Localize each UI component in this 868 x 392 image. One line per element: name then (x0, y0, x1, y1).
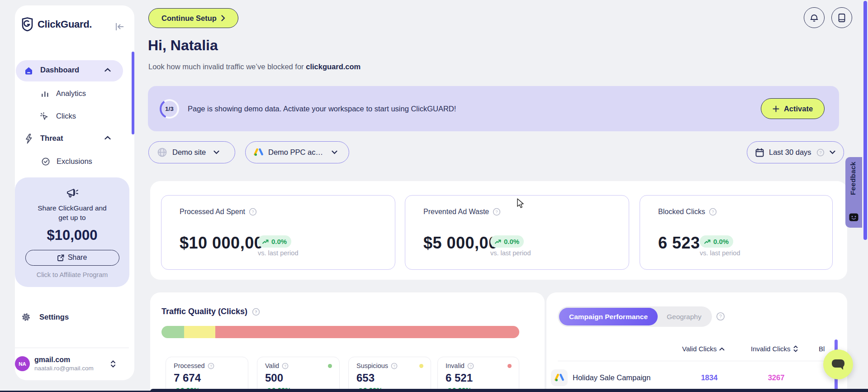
sidebar-divider (15, 348, 129, 348)
logo-shield-icon (21, 17, 33, 31)
feedback-label: Feedback (849, 162, 857, 195)
stat-card-processed-ad-spent: Processed Ad Spent ? $10 000,00 0.0% vs.… (161, 195, 395, 270)
panel-tabs: Campaign Performance Geography (558, 306, 712, 327)
demo-data-banner: 1/3 Page is showing demo data. Activate … (148, 86, 839, 131)
feedback-smiley-icon (849, 213, 859, 222)
affiliate-link[interactable]: Click to Affiliate Program (15, 271, 129, 278)
mini-card-invalid: Invalid ? 6 521 0.00% (437, 357, 519, 392)
stat-title: Prevented Ad Waste (423, 208, 489, 216)
help-icon[interactable]: ? (709, 208, 717, 216)
trend-up-icon (704, 239, 711, 244)
chevron-down-icon (332, 150, 337, 154)
stat-title: Blocked Clicks (658, 208, 705, 216)
bell-icon (810, 13, 819, 23)
ppc-account-dropdown[interactable]: Demo PPC ac… (245, 141, 349, 163)
change-badge: 0.0% (700, 235, 733, 248)
help-icon[interactable]: ? (282, 363, 289, 369)
traffic-quality-bar (161, 326, 519, 338)
valid-clicks-value: 1834 (691, 373, 727, 382)
stat-card-blocked-clicks: Blocked Clicks ? 6 523 0.0% vs. last per… (640, 195, 833, 270)
app-logo[interactable]: ClickGuard. (21, 17, 92, 31)
promo-text: Share ClickGuard and get up to (34, 204, 111, 223)
home-icon (24, 66, 33, 76)
help-icon[interactable]: ? (816, 148, 825, 157)
mouse-cursor (516, 198, 526, 209)
stat-value: $5 000,00 (423, 234, 498, 253)
plus-icon (773, 105, 779, 112)
svg-text:?: ? (819, 150, 821, 155)
external-link-icon (57, 254, 64, 261)
sidebar-item-dashboard-label: Dashboard (40, 66, 79, 74)
book-icon (838, 13, 846, 23)
sort-asc-icon (719, 347, 725, 351)
sidebar-item-threat[interactable]: Threat (40, 134, 63, 143)
help-icon[interactable]: ? (208, 363, 214, 369)
page-scrollbar-thumb[interactable] (863, 1, 867, 240)
invalid-segment (215, 326, 519, 338)
column-valid-clicks[interactable]: Valid Clicks (682, 345, 725, 353)
svg-text:?: ? (210, 363, 212, 368)
bar-chart-icon (41, 90, 49, 98)
setup-step: 1/3 (165, 105, 174, 112)
account-switcher[interactable]: NA gmail.com naatali.ro@gmail.com (15, 356, 116, 372)
share-button[interactable]: Share (25, 250, 119, 266)
help-icon[interactable]: ? (716, 312, 725, 321)
workspace-name: gmail.com (34, 356, 94, 364)
column-blocked-clicks[interactable]: Bl (819, 345, 825, 353)
collapse-sidebar-icon[interactable] (114, 21, 125, 33)
chat-launcher[interactable] (823, 349, 853, 379)
help-icon[interactable]: ? (391, 363, 398, 369)
activate-button[interactable]: Activate (761, 98, 825, 119)
lightning-icon (24, 134, 33, 144)
avatar: NA (15, 356, 30, 371)
tab-campaign-performance[interactable]: Campaign Performance (559, 308, 658, 325)
site-filter-dropdown[interactable]: Demo site (148, 141, 235, 163)
help-icon[interactable]: ? (467, 363, 474, 369)
mini-value: 500 (265, 372, 283, 384)
site-filter-value: Demo site (172, 148, 206, 157)
activate-label: Activate (784, 105, 813, 113)
traffic-quality-section: Traffic Quality (Clicks) ? Processed ? 7… (150, 292, 545, 392)
sidebar-item-settings[interactable]: Settings (39, 313, 69, 321)
banner-message: Page is showing demo data. Activate your… (188, 86, 456, 131)
select-arrows-icon[interactable] (110, 360, 116, 368)
date-range-dropdown[interactable]: Last 30 days ? (747, 141, 844, 163)
invalid-dot (508, 364, 512, 368)
mini-value: 6 521 (446, 372, 473, 384)
svg-text:?: ? (393, 363, 395, 368)
change-badge: 0.0% (258, 235, 291, 248)
mini-card-processed: Processed ? 7 674 0.00% (166, 357, 248, 392)
help-icon[interactable]: ? (252, 308, 260, 316)
stat-value: 6 523 (658, 234, 700, 253)
date-range-value: Last 30 days (769, 148, 811, 157)
help-icon[interactable]: ? (493, 208, 501, 216)
valid-segment (161, 326, 184, 338)
mini-card-suspicious: Suspicious ? 653 0.00% (348, 357, 431, 392)
chevron-down-icon (830, 150, 835, 154)
google-ads-icon (254, 148, 263, 157)
sidebar-scrollbar-thumb[interactable] (132, 52, 134, 134)
campaign-name: Holiday Sale Campaign (573, 373, 650, 382)
chevron-up-icon[interactable] (104, 68, 111, 72)
chevron-up-icon[interactable] (104, 136, 111, 140)
stat-value: $10 000,00 (180, 234, 263, 253)
suspicious-dot (419, 364, 423, 368)
sidebar-item-exclusions[interactable]: Exclusions (57, 157, 92, 166)
help-icon[interactable]: ? (249, 208, 257, 216)
mini-value: 653 (356, 372, 375, 384)
affiliate-promo-card[interactable]: Share ClickGuard and get up to $10,000 S… (15, 177, 129, 287)
continue-setup-button[interactable]: Continue Setup (148, 8, 238, 28)
continue-setup-label: Continue Setup (161, 14, 217, 23)
setup-progress-ring: 1/3 (160, 99, 179, 119)
docs-button[interactable] (831, 7, 852, 28)
notifications-button[interactable] (804, 7, 825, 28)
mini-value: 7 674 (174, 372, 201, 384)
tab-geography[interactable]: Geography (658, 313, 711, 321)
stat-title: Processed Ad Spent (180, 208, 245, 216)
sidebar-item-clicks[interactable]: Clicks (56, 112, 76, 120)
sidebar: ClickGuard. Dashboard Analytics Clicks T… (15, 5, 134, 380)
column-invalid-clicks[interactable]: Invalid Clicks (751, 345, 798, 353)
stat-note: vs. last period (700, 249, 740, 257)
feedback-tab[interactable]: Feedback (845, 157, 862, 228)
sidebar-item-analytics[interactable]: Analytics (56, 89, 86, 98)
